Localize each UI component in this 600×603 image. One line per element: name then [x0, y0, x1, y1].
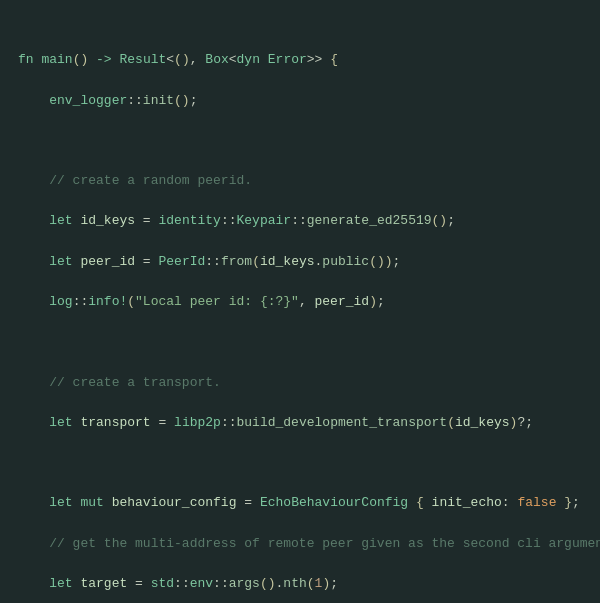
- line-9: // create a transport.: [0, 373, 600, 393]
- line-3: [0, 131, 600, 151]
- code-block: fn main() -> Result<(), Box<dyn Error>> …: [0, 0, 600, 603]
- line-2: env_logger::init();: [0, 91, 600, 111]
- line-1: fn main() -> Result<(), Box<dyn Error>> …: [0, 50, 600, 70]
- line-11: [0, 453, 600, 473]
- line-5: let id_keys = identity::Keypair::generat…: [0, 211, 600, 231]
- line-10: let transport = libp2p::build_developmen…: [0, 413, 600, 433]
- line-13: // get the multi-address of remote peer …: [0, 534, 600, 554]
- line-12: let mut behaviour_config = EchoBehaviour…: [0, 493, 600, 513]
- line-7: log::info!("Local peer id: {:?}", peer_i…: [0, 292, 600, 312]
- line-4: // create a random peerid.: [0, 171, 600, 191]
- line-6: let peer_id = PeerId::from(id_keys.publi…: [0, 252, 600, 272]
- line-8: [0, 332, 600, 352]
- line-14: let target = std::env::args().nth(1);: [0, 574, 600, 594]
